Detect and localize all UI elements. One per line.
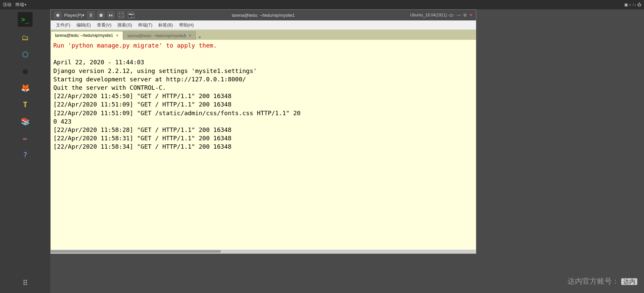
books-icon[interactable]: 📚: [18, 114, 33, 129]
tools-icon[interactable]: ✏: [18, 131, 33, 145]
help-icon[interactable]: ?: [18, 147, 33, 162]
tab-active[interactable]: tarena@tedu: ~/tedu/vip/mysite1 ✕: [51, 31, 123, 40]
pause-icon[interactable]: ⏸: [87, 11, 95, 19]
tab-active-close[interactable]: ✕: [116, 33, 119, 38]
menu-bar: 文件(F) 编辑(E) 查看(V) 搜索(S) 终端(T) 标签(B) 帮助(H…: [51, 20, 476, 30]
terminal-line-10: [22/Apr/2020 11:58:28] "GET / HTTP/1.1" …: [53, 126, 473, 134]
terminal-line-0: Run 'python manage.py migrate' to apply …: [53, 41, 473, 50]
terminal-content[interactable]: Run 'python manage.py migrate' to apply …: [51, 40, 476, 249]
menu-terminal[interactable]: 终端(T): [136, 21, 155, 29]
minimize-btn[interactable]: —: [457, 13, 461, 17]
terminal-line-11: [22/Apr/2020 11:58:31] "GET / HTTP/1.1" …: [53, 134, 473, 142]
restore-btn[interactable]: ⧉: [464, 13, 467, 17]
terminal-line-1: [53, 50, 473, 58]
menu-view[interactable]: 查看(V): [94, 21, 114, 29]
stop-icon[interactable]: ⏹: [97, 11, 105, 19]
menu-tab[interactable]: 标签(B): [156, 21, 175, 29]
terminal-line-6: [22/Apr/2020 11:45:50] "GET / HTTP/1.1" …: [53, 92, 473, 100]
terminal-launcher-icon[interactable]: >_: [18, 12, 33, 27]
apps-grid-icon[interactable]: ⠿: [18, 276, 33, 290]
tab-speaker-icon: 🔊: [183, 33, 187, 38]
activities-label[interactable]: 活动: [3, 2, 11, 8]
firefox-icon[interactable]: 🦊: [18, 80, 33, 95]
menu-edit[interactable]: 编辑(E): [74, 21, 94, 29]
record-icon[interactable]: ⏺: [54, 11, 61, 19]
terminal-line-7: [22/Apr/2020 11:51:09] "GET / HTTP/1.1" …: [53, 100, 473, 108]
screenshot-icon[interactable]: 📷: [127, 11, 135, 19]
terminal-line-3: Django version 2.2.12, using settings 'm…: [53, 67, 473, 75]
watermark: 达内官方账号： 达内: [568, 276, 637, 286]
ubuntu-info: Ubuntu_18.04(1911) ◁▷: [410, 13, 454, 17]
terminal-line-2: April 22, 2020 - 11:44:03: [53, 58, 473, 66]
menu-search[interactable]: 搜索(S): [115, 21, 135, 29]
scrollbar-thumb[interactable]: [51, 250, 221, 253]
terminal-line-4: Starting development server at http://12…: [53, 75, 473, 83]
system-tray: ▣ ♪ ↑↓ ⏻: [624, 2, 641, 7]
terminal-scrollbar[interactable]: [51, 249, 476, 253]
terminal-line-8: [22/Apr/2020 11:51:09] "GET /static/admi…: [53, 109, 473, 117]
text-editor-icon[interactable]: T: [18, 97, 33, 112]
files-icon[interactable]: 🗂: [18, 30, 33, 45]
terminal-menu[interactable]: 终端▾: [15, 2, 27, 8]
chrome-icon[interactable]: ◎: [18, 64, 33, 78]
menu-help[interactable]: 帮助(H): [176, 21, 197, 29]
topbar: 活动 终端▾ ▣ ♪ ↑↓ ⏻: [0, 0, 644, 9]
player-toolbar: ⏺ Player(P)▾ ⏸ ⏹ ⏭ ⛶ 📷 tarena@tedu: ~/te…: [51, 10, 476, 20]
terminal-window: ⏺ Player(P)▾ ⏸ ⏹ ⏭ ⛶ 📷 tarena@tedu: ~/te…: [50, 9, 476, 254]
fullscreen-icon[interactable]: ⛶: [117, 11, 125, 19]
menu-file[interactable]: 文件(F): [53, 21, 73, 29]
tab-active-label: tarena@tedu: ~/tedu/vip/mysite1: [55, 33, 113, 38]
terminal-line-12: [22/Apr/2020 11:58:34] "GET / HTTP/1.1" …: [53, 142, 473, 151]
terminal-line-9: 0 423: [53, 117, 473, 126]
skip-icon[interactable]: ⏭: [107, 11, 115, 19]
tab-bar: tarena@tedu: ~/tedu/vip/mysite1 ✕ tarena…: [51, 30, 476, 40]
desktop: 活动 终端▾ ▣ ♪ ↑↓ ⏻ >_ 🗂 ⬡ ◎ 🦊 T 📚 ✏ ? ⠿ ⏺ P…: [0, 0, 644, 293]
terminal-line-5: Quit the server with CONTROL-C.: [53, 83, 473, 92]
vscode-icon[interactable]: ⬡: [18, 47, 33, 62]
player-dropdown[interactable]: Player(P)▾: [64, 13, 85, 18]
tab-inactive[interactable]: tarena@tedu: ~/tedu/vip/mysite1 🔊 ✕: [123, 31, 196, 40]
tab-scroll-arrow[interactable]: ▼: [197, 34, 203, 40]
tab-inactive-close[interactable]: ✕: [189, 33, 192, 38]
sidebar: >_ 🗂 ⬡ ◎ 🦊 T 📚 ✏ ? ⠿: [0, 9, 50, 293]
player-center-title: tarena@tedu: ~/tedu/vip/mysite1: [232, 13, 295, 18]
tab-inactive-label: tarena@tedu: ~/tedu/vip/mysite1: [127, 33, 185, 38]
scrollbar-track: [51, 250, 476, 253]
close-btn[interactable]: ✕: [469, 13, 473, 17]
